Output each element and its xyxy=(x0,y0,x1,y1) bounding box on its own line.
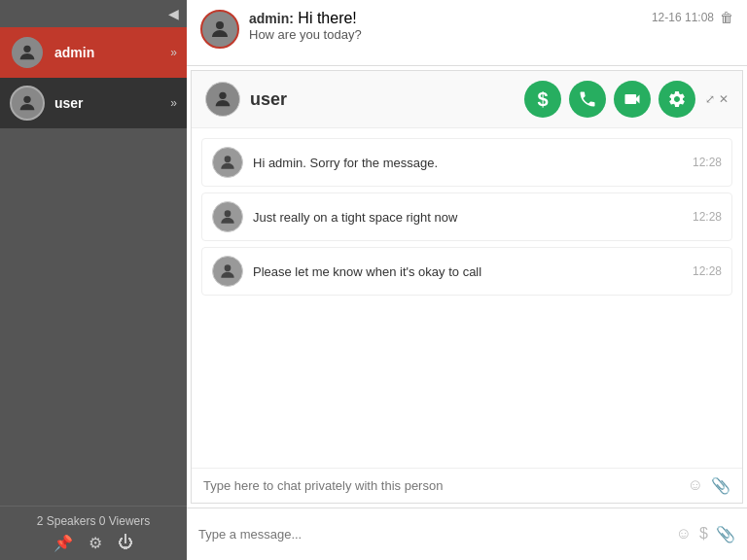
message-time-1: 12:28 xyxy=(693,156,722,169)
admin-username: admin xyxy=(54,45,166,60)
user-avatar xyxy=(10,86,45,121)
delete-notification-button[interactable]: 🗑 xyxy=(720,10,733,25)
power-button[interactable]: ⏻ xyxy=(118,534,133,552)
svg-point-0 xyxy=(23,46,30,52)
settings-button[interactable]: ⚙ xyxy=(89,534,102,552)
expand-button[interactable]: ⤢ xyxy=(705,92,715,106)
chat-message: Please let me know when it's okay to cal… xyxy=(201,247,732,296)
message-avatar-1 xyxy=(212,147,243,178)
svg-point-2 xyxy=(216,21,224,29)
user-chevron: » xyxy=(170,96,177,110)
svg-point-4 xyxy=(225,156,231,162)
bottom-attach-button[interactable]: 📎 xyxy=(716,525,735,543)
chat-user-avatar xyxy=(205,82,240,117)
chat-message: Hi admin. Sorry for the message. 12:28 xyxy=(201,138,732,187)
collapse-icon[interactable]: ◀ xyxy=(168,6,179,21)
close-button[interactable]: ✕ xyxy=(719,92,729,106)
sidebar-collapse-button[interactable]: ◀ xyxy=(0,0,187,27)
sidebar-item-admin[interactable]: admin » xyxy=(0,27,187,78)
svg-point-5 xyxy=(225,210,231,217)
svg-point-1 xyxy=(23,96,30,103)
notif-message-line1: admin: Hi there! xyxy=(249,10,652,27)
sidebar-action-buttons: 📌 ⚙ ⏻ xyxy=(10,534,177,552)
sidebar-item-user[interactable]: user » xyxy=(0,78,187,128)
attach-button[interactable]: 📎 xyxy=(711,476,730,495)
notif-content: admin: Hi there! How are you today? xyxy=(249,10,652,42)
admin-avatar xyxy=(10,35,45,70)
user-username: user xyxy=(54,95,166,111)
sidebar: ◀ admin » user » 2 Speakers 0 Viewers 📌 … xyxy=(0,0,187,560)
video-button[interactable] xyxy=(614,81,651,118)
message-text-3: Please let me know when it's okay to cal… xyxy=(253,264,683,279)
chat-messages: Hi admin. Sorry for the message. 12:28 J… xyxy=(192,128,742,468)
message-text-2: Just really on a tight space right now xyxy=(253,210,683,225)
window-controls: ⤢ ✕ xyxy=(705,92,729,106)
chat-username: user xyxy=(250,89,524,110)
bottom-message-bar: ☺ $ 📎 xyxy=(187,508,747,560)
private-chat-input[interactable] xyxy=(203,478,688,493)
message-avatar-2 xyxy=(212,201,243,232)
speaker-viewer-stats: 2 Speakers 0 Viewers xyxy=(10,514,177,528)
notif-sender: admin: xyxy=(249,11,294,26)
phone-button[interactable] xyxy=(569,81,606,118)
message-time-2: 12:28 xyxy=(693,210,722,224)
notif-line2: How are you today? xyxy=(249,27,652,42)
chat-input-icons: ☺ 📎 xyxy=(688,476,730,495)
notification-bar: admin: Hi there! How are you today? 12-1… xyxy=(187,0,747,66)
private-chat-input-area: ☺ 📎 xyxy=(192,468,742,503)
chat-action-buttons: $ xyxy=(524,81,695,118)
notif-line1: Hi there! xyxy=(298,10,356,26)
svg-point-3 xyxy=(219,92,226,99)
bottom-emoji-button[interactable]: ☺ xyxy=(676,525,692,543)
message-text-1: Hi admin. Sorry for the message. xyxy=(253,156,683,170)
notif-timestamp: 12-16 11:08 xyxy=(652,11,714,24)
dollar-button[interactable]: $ xyxy=(524,81,561,118)
notif-meta: 12-16 11:08 🗑 xyxy=(652,10,733,25)
admin-chevron: » xyxy=(170,46,177,59)
bottom-message-input[interactable] xyxy=(198,527,676,542)
message-time-3: 12:28 xyxy=(693,264,722,278)
bottom-bar-icons: ☺ $ 📎 xyxy=(676,525,735,543)
chat-header: user $ ⤢ ✕ xyxy=(192,71,742,128)
sidebar-footer: 2 Speakers 0 Viewers 📌 ⚙ ⏻ xyxy=(0,506,187,560)
message-avatar-3 xyxy=(212,256,243,287)
chat-settings-button[interactable] xyxy=(658,81,695,118)
notif-avatar xyxy=(200,10,239,49)
svg-point-6 xyxy=(225,264,231,271)
emoji-button[interactable]: ☺ xyxy=(688,476,703,495)
chat-section: user $ ⤢ ✕ xyxy=(191,70,743,504)
main-panel: admin: Hi there! How are you today? 12-1… xyxy=(187,0,747,560)
chat-message: Just really on a tight space right now 1… xyxy=(201,192,732,241)
pin-button[interactable]: 📌 xyxy=(53,534,73,552)
bottom-dollar-button[interactable]: $ xyxy=(699,525,708,543)
